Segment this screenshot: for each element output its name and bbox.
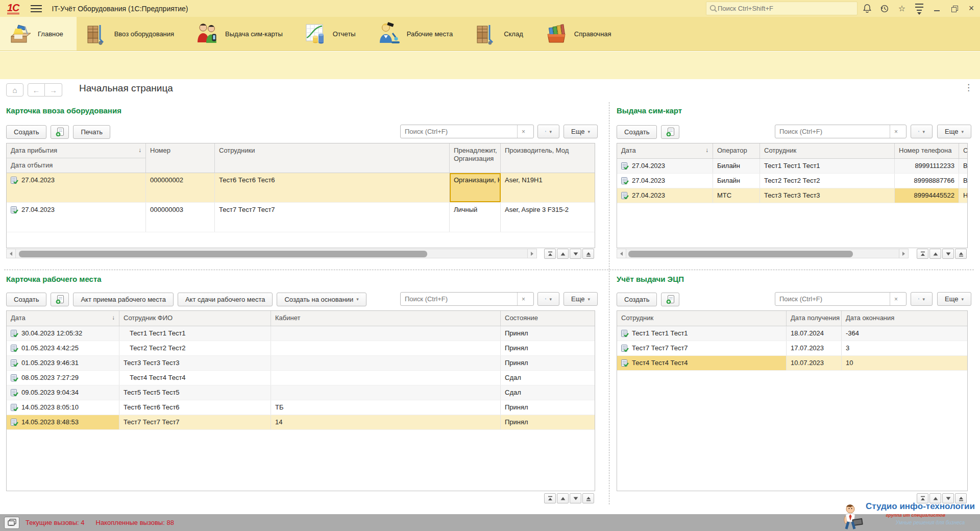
home-button[interactable]: ⌂ [6,83,23,96]
table-row[interactable]: 27.04.2023 000000002 Тест6 Тест6 Тест6 О… [7,173,595,203]
create-based-on-button[interactable]: Создать на основании▾ [277,293,366,306]
cell-employee[interactable]: Тест7 Тест7 Тест7 [119,415,271,429]
sim-advanced-search-button[interactable]: ▾ [911,125,933,138]
page-menu-icon[interactable]: ⋮ [964,82,973,93]
cell-state[interactable]: Сдал [501,385,595,400]
scroll-right-icon[interactable] [899,249,909,258]
section-sklad[interactable]: Склад [466,17,536,51]
cell-received-date[interactable]: 18.07.2024 [787,326,842,341]
col-expire-date[interactable]: Дата окончания [842,311,967,326]
create-button[interactable]: Создать [6,125,46,139]
cell-cabinet[interactable] [271,326,501,341]
cell-expire-date[interactable]: 3 [842,341,967,355]
eds-advanced-search-button[interactable]: ▾ [911,292,933,306]
cell-phone[interactable]: 89991112233 [895,159,959,173]
cell-employee[interactable]: Тест5 Тест5 Тест5 [119,385,271,400]
eds-table[interactable]: Сотрудник Дата получения Дата окончания … [617,310,968,491]
cell-employee[interactable]: Тест7 Тест7 Тест7 [617,341,787,355]
col-employee[interactable]: Сотрудник [760,143,895,158]
sim-table[interactable]: Дата ↓ Оператор Сотрудник Номер телефона… [617,143,968,248]
cell-state[interactable]: Сдал [501,371,595,385]
cell-number[interactable]: 000000002 [146,173,215,202]
go-bottom-icon[interactable] [955,249,967,259]
cell-state[interactable]: Принял [501,326,595,341]
table-row[interactable]: 14.05.2023 8:48:53 Тест7 Тест7 Тест7 14 … [7,415,595,430]
col-belongs[interactable]: Пренадлежит, Организация [450,143,501,173]
cell-state[interactable]: Принял [501,356,595,370]
col-date[interactable]: Дата ↓ [7,311,119,326]
section-otchety[interactable]: Отчеты [296,17,369,51]
col-phone[interactable]: Номер телефона [895,143,959,158]
close-button[interactable]: × [963,0,980,17]
workplace-more-button[interactable]: Еще▾ [564,292,598,306]
table-row[interactable]: 27.04.2023 МТС Тест3 Тест3 Тест3 8999444… [617,188,967,203]
cell-expire-date[interactable]: 10 [842,356,967,370]
table-row[interactable]: 27.04.2023 000000003 Тест7 Тест7 Тест7 Л… [7,203,595,232]
workplace-table[interactable]: Дата ↓ Сотрудник ФИО Кабинет Состояние 3… [6,310,595,491]
cell-cabinet[interactable] [271,371,501,385]
col-received-date[interactable]: Дата получения [787,311,842,326]
table-row[interactable]: 09.05.2023 9:04:34 Тест5 Тест5 Тест5 Сда… [7,385,595,400]
cell-operator[interactable]: Билайн [713,159,760,173]
scroll-thumb[interactable] [19,251,427,257]
cell-manufacturer[interactable]: Aser, N19H1 [501,173,595,202]
section-vydacha-sim-karty[interactable]: Выдача сим-карты [187,17,296,51]
restore-button[interactable] [945,0,963,17]
main-menu-icon[interactable] [31,5,42,12]
cell-date[interactable]: 01.05.2023 4:42:25 [7,341,119,355]
table-row[interactable]: 30.04.2023 12:05:32 Тест1 Тест1 Тест1 Пр… [7,326,595,341]
cell-state[interactable]: Принял [501,400,595,415]
vertical-splitter[interactable] [609,102,609,504]
back-button[interactable]: ← [28,83,45,96]
history-icon[interactable] [876,0,893,17]
section-spravochnaya[interactable]: Справочная [536,17,625,51]
cell-arrival-date[interactable]: 27.04.2023 [7,173,146,202]
equipment-more-button[interactable]: Еще▾ [564,125,598,138]
table-row[interactable]: 14.05.2023 8:05:10 Тест6 Тест6 Тест6 ТБ … [7,400,595,415]
clear-search-icon[interactable]: × [517,125,529,138]
cell-employee[interactable]: Тест3 Тест3 Тест3 [760,188,895,203]
equipment-advanced-search-button[interactable]: ▾ [537,125,559,138]
forward-button[interactable]: → [45,83,62,96]
clear-search-icon[interactable]: × [890,293,902,305]
global-search-box[interactable] [706,2,857,15]
col-arrival-date[interactable]: Дата прибытия ↓ [7,143,145,158]
equipment-search-input[interactable] [401,128,517,135]
cell-state[interactable]: Принял [501,415,595,429]
clear-search-icon[interactable]: × [517,293,529,305]
cell-date[interactable]: 08.05.2023 7:27:29 [7,371,119,385]
workplace-advanced-search-button[interactable]: ▾ [537,292,559,306]
clear-search-icon[interactable]: × [890,125,902,138]
cell-phone[interactable]: 89998887766 [895,174,959,188]
cell-date[interactable]: 27.04.2023 [617,188,713,203]
page-down-icon[interactable] [942,249,954,259]
col-operator[interactable]: Оператор [713,143,760,158]
cell-employees[interactable]: Тест6 Тест6 Тест6 [215,173,450,202]
cell-cabinet[interactable] [271,356,501,370]
cell-date[interactable]: 27.04.2023 [617,159,713,173]
cell-employee[interactable]: Тест4 Тест4 Тест4 [119,371,271,385]
equipment-hscrollbar[interactable] [6,249,537,258]
cell-received-date[interactable]: 10.07.2023 [787,356,842,370]
cell-belongs[interactable]: Организации, НГКМ [450,173,501,202]
create-copy-button[interactable] [51,293,69,306]
page-down-icon[interactable] [570,493,581,503]
print-button[interactable]: Печать [73,125,110,139]
go-bottom-icon[interactable] [582,249,594,259]
eds-search-input[interactable] [775,295,890,303]
create-button[interactable]: Создать [617,125,657,139]
table-row[interactable]: 27.04.2023 Билайн Тест1 Тест1 Тест1 8999… [617,159,967,174]
cell-received-date[interactable]: 17.07.2023 [787,341,842,355]
cell-date[interactable]: 14.05.2023 8:05:10 [7,400,119,415]
go-top-icon[interactable] [544,249,556,259]
col-number[interactable]: Номер [146,143,215,173]
create-copy-button[interactable] [661,125,679,139]
col-state[interactable]: Состояние [501,311,595,326]
section-glavnoe[interactable]: Главное [0,17,77,51]
create-copy-button[interactable] [661,293,679,306]
create-button[interactable]: Создать [6,293,46,306]
cell-cabinet[interactable]: 14 [271,415,501,429]
scroll-left-icon[interactable] [617,249,626,258]
global-search-input[interactable] [718,5,845,12]
client-sessions-button[interactable] [4,517,19,529]
